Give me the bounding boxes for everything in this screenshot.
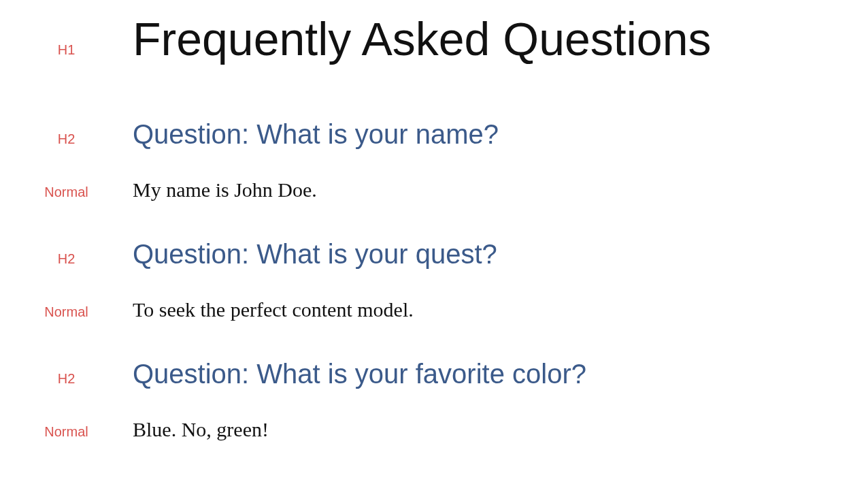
- spacer: [0, 65, 841, 118]
- faq-answer: My name is John Doe.: [133, 178, 841, 202]
- heading-2-row: H2 Question: What is your favorite color…: [0, 357, 841, 390]
- style-label-normal: Normal: [0, 304, 133, 320]
- heading-1-row: H1 Frequently Asked Questions: [0, 14, 841, 65]
- heading-2-row: H2 Question: What is your quest?: [0, 238, 841, 270]
- faq-question: Question: What is your quest?: [133, 238, 841, 270]
- faq-question: Question: What is your favorite color?: [133, 357, 841, 390]
- normal-row: Normal My name is John Doe.: [0, 178, 841, 202]
- style-label-h2: H2: [0, 251, 133, 267]
- style-label-h1: H1: [0, 14, 133, 58]
- style-label-h2: H2: [0, 371, 133, 387]
- spacer: [0, 150, 841, 178]
- document-page: H1 Frequently Asked Questions H2 Questio…: [0, 0, 868, 497]
- normal-row: Normal Blue. No, green!: [0, 417, 841, 442]
- spacer: [0, 390, 841, 417]
- faq-answer: Blue. No, green!: [133, 417, 841, 442]
- faq-answer: To seek the perfect content model.: [133, 298, 841, 322]
- style-label-normal: Normal: [0, 185, 133, 200]
- heading-2-row: H2 Question: What is your name?: [0, 118, 841, 150]
- spacer: [0, 322, 841, 357]
- spacer: [0, 202, 841, 238]
- spacer: [0, 270, 841, 298]
- page-title: Frequently Asked Questions: [133, 14, 841, 65]
- normal-row: Normal To seek the perfect content model…: [0, 298, 841, 322]
- faq-question: Question: What is your name?: [133, 118, 841, 150]
- style-label-h2: H2: [0, 131, 133, 147]
- style-label-normal: Normal: [0, 424, 133, 440]
